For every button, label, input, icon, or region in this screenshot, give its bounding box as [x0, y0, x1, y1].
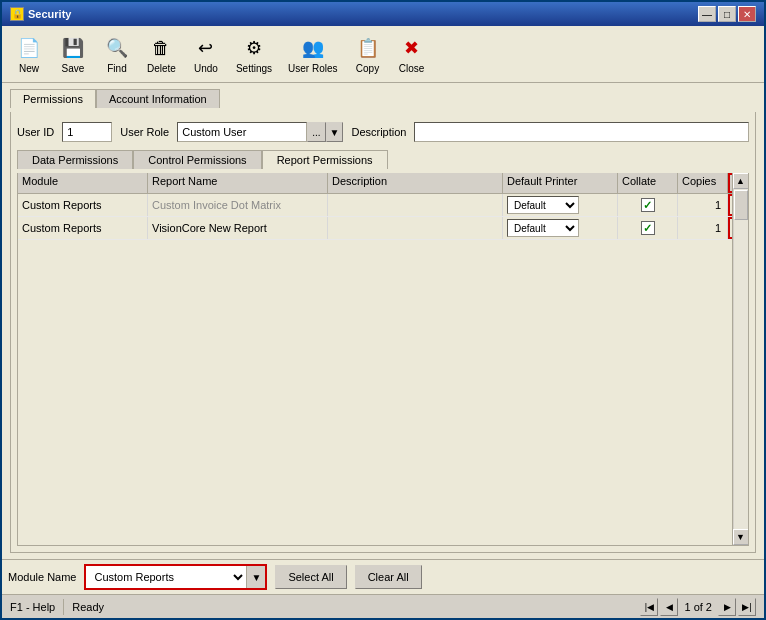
outer-tabs: Permissions Account Information: [10, 89, 756, 108]
toolbar: 📄 New 💾 Save 🔍 Find 🗑 Delete ↩ Undo ⚙ Se…: [2, 26, 764, 83]
undo-button[interactable]: ↩ Undo: [185, 30, 227, 78]
row2-collate[interactable]: [618, 217, 678, 239]
description-input[interactable]: [414, 122, 749, 142]
nav-last-button[interactable]: ▶|: [738, 598, 756, 616]
copy-button[interactable]: 📋 Copy: [347, 30, 389, 78]
row1-module: Custom Reports: [18, 194, 148, 216]
settings-button[interactable]: ⚙ Settings: [229, 30, 279, 78]
table-scrollbar[interactable]: ▲ ▼: [732, 173, 748, 545]
inner-tabs: Data Permissions Control Permissions Rep…: [17, 150, 749, 169]
user-role-arrow-button[interactable]: ▼: [326, 122, 344, 142]
module-name-label: Module Name: [8, 571, 76, 583]
user-roles-label: User Roles: [288, 63, 337, 74]
new-icon: 📄: [15, 34, 43, 62]
row1-copies: 1: [678, 194, 728, 216]
user-id-input[interactable]: [62, 122, 112, 142]
user-id-label: User ID: [17, 126, 54, 138]
nav-prev-button[interactable]: ◀: [660, 598, 678, 616]
close-button[interactable]: ✖ Close: [391, 30, 433, 78]
select-all-button[interactable]: Select All: [275, 565, 346, 589]
tab-control-permissions[interactable]: Control Permissions: [133, 150, 261, 169]
table-header: Module Report Name Description Default P…: [18, 173, 732, 194]
tab-permissions[interactable]: Permissions: [10, 89, 96, 108]
settings-label: Settings: [236, 63, 272, 74]
user-role-wrap: ... ▼: [177, 122, 343, 142]
row1-description: [328, 194, 503, 216]
close-label: Close: [399, 63, 425, 74]
close-icon: ✖: [398, 34, 426, 62]
find-label: Find: [107, 63, 126, 74]
page-info: 1 of 2: [680, 601, 716, 613]
new-button[interactable]: 📄 New: [8, 30, 50, 78]
delete-label: Delete: [147, 63, 176, 74]
col-collate: Collate: [618, 173, 678, 193]
undo-label: Undo: [194, 63, 218, 74]
undo-icon: ↩: [192, 34, 220, 62]
user-role-label: User Role: [120, 126, 169, 138]
row1-printer-select[interactable]: Default: [507, 196, 579, 214]
new-label: New: [19, 63, 39, 74]
main-content: Permissions Account Information User ID …: [2, 83, 764, 559]
delete-icon: 🗑: [147, 34, 175, 62]
copy-icon: 📋: [354, 34, 382, 62]
tab-data-permissions[interactable]: Data Permissions: [17, 150, 133, 169]
nav-first-button[interactable]: |◀: [640, 598, 658, 616]
module-name-select[interactable]: Custom Reports: [86, 566, 246, 588]
status-bar: F1 - Help Ready |◀ ◀ 1 of 2 ▶ ▶|: [2, 594, 764, 618]
user-roles-button[interactable]: 👥 User Roles: [281, 30, 344, 78]
col-default-printer: Default Printer: [503, 173, 618, 193]
save-icon: 💾: [59, 34, 87, 62]
table-body: Custom Reports Custom Invoice Dot Matrix…: [18, 194, 732, 545]
row2-description: [328, 217, 503, 239]
col-copies: Copies: [678, 173, 728, 193]
table-row: Custom Reports VisionCore New Report Def…: [18, 217, 732, 240]
row1-report-name: Custom Invoice Dot Matrix: [148, 194, 328, 216]
col-module: Module: [18, 173, 148, 193]
find-button[interactable]: 🔍 Find: [96, 30, 138, 78]
clear-all-button[interactable]: Clear All: [355, 565, 422, 589]
tab-account-info[interactable]: Account Information: [96, 89, 220, 108]
minimize-button[interactable]: —: [698, 6, 716, 22]
scroll-up-button[interactable]: ▲: [733, 173, 749, 189]
row1-default-printer[interactable]: Default: [503, 194, 618, 216]
maximize-button[interactable]: □: [718, 6, 736, 22]
row2-report-name: VisionCore New Report: [148, 217, 328, 239]
security-window: 🔒 Security — □ ✕ 📄 New 💾 Save 🔍 Find 🗑 D…: [0, 0, 766, 620]
user-roles-icon: 👥: [299, 34, 327, 62]
row2-default-printer[interactable]: Default: [503, 217, 618, 239]
close-window-button[interactable]: ✕: [738, 6, 756, 22]
find-icon: 🔍: [103, 34, 131, 62]
scroll-thumb[interactable]: [734, 190, 748, 220]
window-icon: 🔒: [10, 7, 24, 21]
scroll-track: [734, 189, 748, 529]
user-role-input[interactable]: [177, 122, 307, 142]
row2-copies: 1: [678, 217, 728, 239]
row1-collate[interactable]: [618, 194, 678, 216]
ready-text: Ready: [72, 601, 632, 613]
scroll-down-button[interactable]: ▼: [733, 529, 749, 545]
nav-next-button[interactable]: ▶: [718, 598, 736, 616]
user-role-dots-button[interactable]: ...: [307, 122, 325, 142]
report-permissions-panel: Module Report Name Description Default P…: [17, 173, 749, 546]
col-report-name: Report Name: [148, 173, 328, 193]
module-select-wrap: Custom Reports ▼: [84, 564, 267, 590]
tab-report-permissions[interactable]: Report Permissions: [262, 150, 388, 169]
delete-button[interactable]: 🗑 Delete: [140, 30, 183, 78]
row2-printer-select[interactable]: Default: [507, 219, 579, 237]
settings-icon: ⚙: [240, 34, 268, 62]
row2-module: Custom Reports: [18, 217, 148, 239]
permissions-panel: User ID User Role ... ▼ Description Data…: [10, 112, 756, 553]
row1-collate-checkbox[interactable]: [641, 198, 655, 212]
save-button[interactable]: 💾 Save: [52, 30, 94, 78]
copy-label: Copy: [356, 63, 379, 74]
description-label: Description: [351, 126, 406, 138]
help-text: F1 - Help: [10, 601, 55, 613]
row2-collate-checkbox[interactable]: [641, 221, 655, 235]
nav-bar: |◀ ◀ 1 of 2 ▶ ▶|: [640, 598, 756, 616]
status-divider: [63, 599, 64, 615]
user-form-row: User ID User Role ... ▼ Description: [17, 118, 749, 146]
window-title: Security: [28, 8, 71, 20]
save-label: Save: [62, 63, 85, 74]
module-select-arrow[interactable]: ▼: [246, 566, 265, 588]
col-description: Description: [328, 173, 503, 193]
